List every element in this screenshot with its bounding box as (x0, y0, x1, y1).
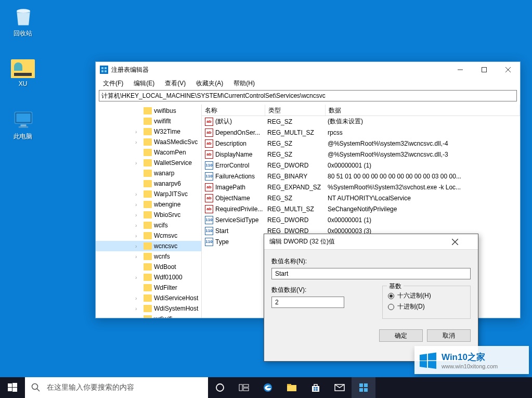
folder-icon (144, 253, 152, 260)
tree-item-wcncsvc[interactable]: ›wcncsvc (96, 241, 201, 251)
tree-item-warpjitsvc[interactable]: ›WarpJITSvc (96, 189, 201, 199)
tree-item-wbiosrvc[interactable]: ›WbioSrvc (96, 210, 201, 220)
tree-item-wdboot[interactable]: WdBoot (96, 262, 201, 272)
cortana-button[interactable] (208, 377, 232, 398)
value-row[interactable]: abObjectNameREG_SZNT AUTHORITY\LocalServ… (202, 192, 520, 203)
tree-item-wcmsvc[interactable]: ›Wcmsvc (96, 230, 201, 241)
value-type: REG_DWORD (267, 216, 328, 224)
value-row[interactable]: abImagePathREG_EXPAND_SZ%SystemRoot%\Sys… (202, 182, 520, 192)
value-row[interactable]: 110FailureActionsREG_BINARY80 51 01 00 0… (202, 171, 520, 182)
menu-help[interactable]: 帮助(H) (229, 78, 259, 89)
radio-hex[interactable]: 十六进制(H) (388, 291, 465, 300)
tree-item-wcifs[interactable]: ›wcifs (96, 220, 201, 230)
tree-item-walletservice[interactable]: ›WalletService (96, 158, 201, 168)
column-name[interactable]: 名称 (202, 105, 265, 115)
window-titlebar[interactable]: 注册表编辑器 (96, 62, 520, 78)
menu-edit[interactable]: 编辑(E) (129, 78, 159, 89)
file-explorer-icon[interactable] (280, 377, 304, 398)
tree-item-w32time[interactable]: ›W32Time (96, 126, 201, 137)
value-name-input[interactable] (271, 268, 471, 279)
cancel-button[interactable]: 取消 (427, 329, 471, 342)
folder-icon (144, 294, 152, 302)
edit-dword-dialog: 编辑 DWORD (32 位)值 数值名称(N): 数值数据(V): 基数 十六… (264, 234, 478, 362)
tree-item-wcnfs[interactable]: ›wcnfs (96, 251, 201, 262)
column-type[interactable]: 类型 (265, 105, 326, 115)
svg-rect-31 (316, 387, 318, 389)
chevron-icon: › (135, 306, 140, 312)
list-header: 名称 类型 数据 (202, 105, 520, 116)
recycle-bin-icon[interactable]: 回收站 (3, 5, 43, 38)
task-view-button[interactable] (232, 377, 256, 398)
value-type-icon: 110 (205, 216, 213, 224)
menu-file[interactable]: 文件(F) (99, 78, 127, 89)
folder-icon (144, 138, 152, 146)
tree-item-wdiwifi[interactable]: wdiwifi (96, 314, 201, 318)
folder-icon (144, 274, 152, 281)
value-name: ImagePath (215, 184, 267, 191)
tree-item-label: WalletService (154, 159, 192, 166)
value-row[interactable]: 110ErrorControlREG_DWORD0x00000001 (1) (202, 160, 520, 171)
svg-point-20 (32, 384, 38, 390)
tree-item-wacompen[interactable]: WacomPen (96, 147, 201, 158)
chevron-icon: › (135, 191, 140, 197)
value-row[interactable]: abDescriptionREG_SZ@%SystemRoot%\system3… (202, 138, 520, 149)
value-data: NT AUTHORITY\LocalService (328, 195, 517, 202)
store-icon[interactable] (304, 377, 328, 398)
trash-icon (12, 5, 34, 27)
folder-icon (144, 107, 152, 114)
tree-item-wbengine[interactable]: ›wbengine (96, 199, 201, 210)
svg-rect-16 (8, 383, 12, 387)
value-data-input[interactable] (271, 297, 344, 308)
tree-item-label: wcncsvc (154, 242, 177, 250)
value-type-icon: 110 (205, 161, 213, 170)
maximize-button[interactable] (472, 62, 496, 78)
taskbar-search[interactable]: 在这里输入你要搜索的内容 (25, 377, 208, 398)
tree-item-waasmedicsvc[interactable]: ›WaaSMedicSvc (96, 137, 201, 147)
value-row[interactable]: 110ServiceSidTypeREG_DWORD0x00000001 (1) (202, 214, 520, 225)
menu-fav[interactable]: 收藏夹(A) (192, 78, 227, 89)
value-type-icon: 110 (205, 172, 213, 181)
mail-icon[interactable] (328, 377, 352, 398)
tree-item-wdfilter[interactable]: WdFilter (96, 283, 201, 293)
registry-tree[interactable]: vwifibusvwififlt›W32Time›WaaSMedicSvcWac… (96, 105, 202, 318)
this-pc-icon[interactable]: 此电脑 (3, 108, 43, 141)
minimize-button[interactable] (448, 62, 472, 78)
value-name: FailureActions (215, 173, 267, 180)
dialog-titlebar[interactable]: 编辑 DWORD (32 位)值 (264, 234, 478, 250)
folder-xu-icon[interactable]: XU (3, 56, 43, 87)
tree-item-wdisystemhost[interactable]: ›WdiSystemHost (96, 303, 201, 314)
ok-button[interactable]: 确定 (379, 329, 423, 342)
value-type: REG_SZ (267, 151, 328, 158)
tree-item-wanarp[interactable]: wanarp (96, 168, 201, 178)
value-row[interactable]: abDisplayNameREG_SZ@%SystemRoot%\system3… (202, 149, 520, 160)
windows-logo-icon (414, 346, 442, 374)
dialog-close-button[interactable] (452, 239, 473, 245)
start-button[interactable] (0, 377, 25, 398)
address-bar[interactable]: 计算机\HKEY_LOCAL_MACHINE\SYSTEM\CurrentCon… (99, 90, 517, 101)
value-row[interactable]: abRequiredPrivile...REG_MULTI_SZSeChange… (202, 203, 520, 214)
folder-icon (144, 305, 152, 312)
tree-item-wdiservicehost[interactable]: ›WdiServiceHost (96, 293, 201, 303)
value-row[interactable]: abDependOnSer...REG_MULTI_SZrpcss (202, 127, 520, 138)
base-fieldset: 基数 十六进制(H) 十进制(D) (382, 286, 471, 319)
value-row[interactable]: ab(默认)REG_SZ(数值未设置) (202, 116, 520, 127)
svg-rect-3 (21, 124, 27, 126)
tree-item-vwififlt[interactable]: vwififlt (96, 116, 201, 126)
menu-view[interactable]: 查看(V) (161, 78, 190, 89)
tree-item-wanarpv6[interactable]: wanarpv6 (96, 178, 201, 189)
column-data[interactable]: 数据 (326, 105, 520, 115)
tree-item-label: vwififlt (154, 118, 171, 125)
value-data-label: 数值数据(V): (271, 286, 377, 294)
tree-item-wdf01000[interactable]: ›Wdf01000 (96, 272, 201, 283)
tree-item-vwifibus[interactable]: vwifibus (96, 106, 201, 116)
value-data: (数值未设置) (328, 117, 517, 126)
svg-rect-27 (287, 385, 296, 391)
close-button[interactable] (496, 62, 520, 78)
tree-item-label: WdFilter (154, 284, 177, 291)
chevron-icon: › (135, 212, 140, 218)
regedit-taskbar-icon[interactable] (352, 377, 375, 398)
svg-point-0 (17, 9, 30, 12)
edge-icon[interactable] (256, 377, 280, 398)
radio-dec[interactable]: 十进制(D) (388, 302, 465, 311)
folder-icon (144, 232, 152, 239)
